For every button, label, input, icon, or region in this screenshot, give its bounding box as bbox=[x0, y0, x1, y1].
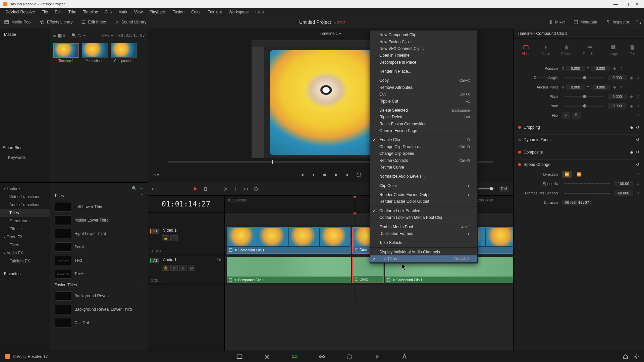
context-menu-item[interactable]: ✓Enable ClipD bbox=[370, 136, 477, 143]
menu-item[interactable]: DaVinci Resolve bbox=[2, 9, 38, 15]
track-tag[interactable]: V1 bbox=[150, 229, 159, 234]
title-text-plus[interactable]: Custom TitleText+ bbox=[53, 267, 145, 281]
titles-category[interactable]: Titles bbox=[0, 209, 50, 217]
pitch-slider[interactable] bbox=[564, 96, 604, 97]
title-middle-lower-third[interactable]: Middle Lower Third bbox=[53, 214, 145, 227]
timeline-view-icon[interactable] bbox=[152, 186, 158, 192]
context-menu-item[interactable]: Open in Fusion Page bbox=[370, 127, 477, 134]
fusion-page-icon[interactable] bbox=[318, 353, 326, 360]
media-pool-toggle[interactable]: Media Pool bbox=[0, 17, 36, 27]
trim-tool-icon[interactable] bbox=[203, 186, 209, 192]
context-menu-item[interactable]: Render Cache Color Output bbox=[370, 198, 477, 205]
context-menu-item[interactable]: New Compound Clip... bbox=[370, 32, 477, 38]
context-menu-item[interactable]: Normalize Audio Levels... bbox=[370, 173, 477, 180]
context-menu-item[interactable]: Display Individual Audio Channels bbox=[370, 249, 477, 255]
keyframe-icon[interactable]: ◆ bbox=[630, 75, 633, 80]
clip-thumb-compound[interactable]: Compound... bbox=[111, 43, 137, 63]
master-bin[interactable]: Master bbox=[3, 31, 47, 38]
openfx-group[interactable]: Open FX bbox=[0, 233, 50, 241]
titles-section-header[interactable]: Titles bbox=[53, 191, 145, 200]
inspector-toggle[interactable]: Inspector bbox=[601, 17, 633, 27]
yaw-slider[interactable] bbox=[564, 106, 604, 107]
keyframe-icon[interactable]: ◆ bbox=[630, 94, 633, 99]
context-menu-item[interactable]: Open in Timeline bbox=[370, 52, 477, 59]
video-track-header[interactable]: V1 Video 1 🔒▭ 3 Clips bbox=[148, 226, 224, 255]
track-lock-icon[interactable]: 🔒 bbox=[162, 235, 169, 241]
context-menu-item[interactable]: Ripple CutF1 bbox=[370, 98, 477, 104]
insert-icon[interactable] bbox=[233, 186, 239, 192]
menu-item[interactable]: Trim bbox=[65, 9, 80, 15]
context-menu-item[interactable]: Conform Lock with Media Pool Clip bbox=[370, 214, 477, 221]
reset-icon[interactable]: ↺ bbox=[636, 182, 639, 186]
reset-icon[interactable]: ↺ bbox=[620, 66, 623, 71]
edit-index-toggle[interactable]: Edit Index bbox=[77, 17, 110, 27]
fps-field[interactable]: 60.000 bbox=[614, 190, 633, 196]
inspector-tab-image[interactable]: Image bbox=[608, 44, 618, 56]
list-view-icon[interactable]: ☰ bbox=[53, 33, 57, 38]
context-menu-item[interactable]: Ripple DeleteDel bbox=[370, 114, 477, 120]
context-menu-item[interactable]: Retime ControlsCtrl+R bbox=[370, 157, 477, 164]
keyframe-icon[interactable]: ◆ bbox=[613, 85, 616, 89]
duration-field[interactable]: 00:03:43:07 bbox=[562, 200, 592, 205]
sound-library-toggle[interactable]: Sound Library bbox=[110, 17, 151, 27]
loop-icon[interactable] bbox=[356, 172, 362, 178]
cropping-section[interactable]: Cropping◆↺ bbox=[518, 122, 639, 132]
menu-item[interactable]: Color bbox=[188, 9, 204, 15]
context-menu-item[interactable]: Remove Attributes... bbox=[370, 84, 477, 91]
menu-item[interactable]: View bbox=[131, 9, 146, 15]
context-menu-item[interactable]: Find In Media PoolAlt+F bbox=[370, 223, 477, 230]
inspector-tab-file[interactable]: File bbox=[629, 44, 636, 56]
context-menu-item[interactable]: Duplicated Frames▸ bbox=[370, 230, 477, 237]
inspector-tab-audio[interactable]: Audio bbox=[541, 44, 550, 56]
mixer-toggle[interactable]: Mixer bbox=[544, 17, 569, 27]
speed-change-section[interactable]: Speed Change↺ bbox=[518, 159, 639, 170]
rotation-field[interactable]: 0.000 bbox=[608, 75, 627, 80]
toolbox-group[interactable]: Toolbox bbox=[0, 185, 50, 193]
track-auto-icon[interactable]: ▭ bbox=[170, 235, 178, 241]
menu-item[interactable]: Fairlight bbox=[204, 9, 225, 15]
title-right-lower-third[interactable]: Right Lower Third bbox=[53, 227, 145, 240]
viewer-zoom[interactable]: 34% bbox=[101, 33, 109, 38]
keyframe-icon[interactable]: ◆ bbox=[613, 66, 616, 71]
context-menu-item[interactable]: Change Clip Speed... bbox=[370, 150, 477, 157]
composite-section[interactable]: Composite◆↺ bbox=[518, 147, 639, 157]
menu-item[interactable]: Mark bbox=[115, 9, 131, 15]
speed-field[interactable]: 100.00 bbox=[614, 181, 633, 186]
audio-clip[interactable]: Compound Clip 1 bbox=[227, 257, 351, 283]
cut-page-icon[interactable] bbox=[263, 353, 271, 360]
color-page-icon[interactable] bbox=[346, 353, 353, 360]
metadata-toggle[interactable]: Metadata bbox=[569, 17, 601, 27]
fusion-titles-section-header[interactable]: Fusion Titles bbox=[53, 281, 145, 289]
audiofx-group[interactable]: Audio FX bbox=[0, 249, 50, 257]
fx-search-icon[interactable]: 🔍 bbox=[132, 186, 137, 191]
direction-forward-button[interactable]: ⏩ bbox=[562, 171, 572, 178]
effects-category[interactable]: Effects bbox=[0, 225, 50, 233]
play-icon[interactable] bbox=[333, 172, 339, 178]
menu-item[interactable]: Playback bbox=[146, 9, 169, 15]
context-menu-item[interactable]: Clip Color▸ bbox=[370, 182, 477, 189]
video-transitions[interactable]: Video Transitions bbox=[0, 193, 50, 201]
video-clip[interactable]: Compound Clip 1 bbox=[227, 227, 351, 254]
dim-button[interactable]: DIM bbox=[499, 186, 509, 192]
fusion-background-reveal-lt[interactable]: Background Reveal Lower Third bbox=[53, 303, 145, 316]
keyframe-icon[interactable]: ◆ bbox=[630, 104, 633, 108]
deliver-page-icon[interactable] bbox=[401, 353, 408, 360]
speed-slider[interactable] bbox=[564, 183, 610, 184]
context-menu-item[interactable]: Take Selector bbox=[370, 239, 477, 246]
chevron-down-icon[interactable]: ▾ bbox=[111, 33, 113, 38]
menu-item[interactable]: Timeline bbox=[79, 9, 101, 15]
generators-category[interactable]: Generators bbox=[0, 217, 50, 225]
flip-h-button[interactable]: ⇄ bbox=[562, 112, 570, 119]
blade-tool-icon[interactable] bbox=[223, 186, 229, 192]
context-menu-item[interactable]: Retime Curve bbox=[370, 164, 477, 171]
search-icon[interactable]: 🔍 bbox=[71, 33, 76, 38]
context-menu-item[interactable]: Change Clip Duration...Ctrl+D bbox=[370, 143, 477, 150]
flip-v-button[interactable]: ⇅ bbox=[572, 112, 581, 119]
home-icon[interactable] bbox=[623, 354, 629, 360]
title-scroll[interactable]: Scroll bbox=[53, 240, 145, 254]
audio-transitions[interactable]: Audio Transitions bbox=[0, 201, 50, 209]
inspector-tab-effects[interactable]: Effects bbox=[561, 44, 571, 56]
close-button[interactable]: ✕ bbox=[633, 1, 641, 7]
reset-icon[interactable]: ↺ bbox=[636, 191, 639, 195]
selection-tool-icon[interactable] bbox=[193, 186, 199, 192]
